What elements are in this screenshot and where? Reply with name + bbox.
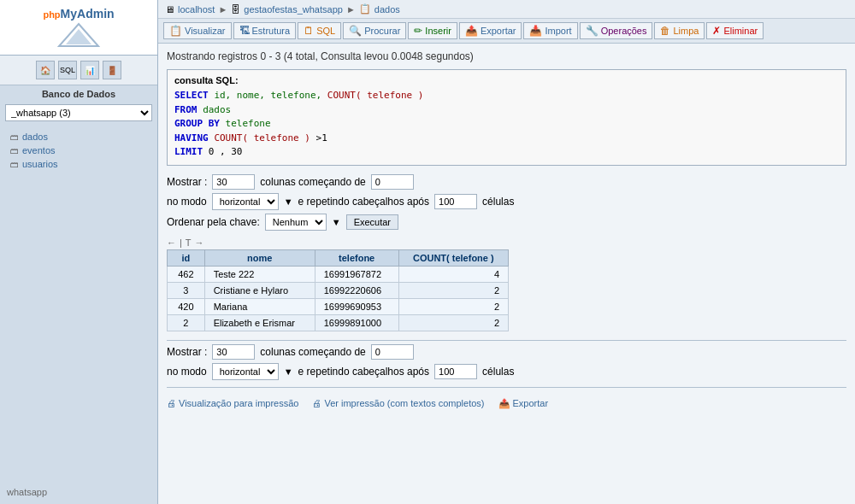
- toolbar-procurar-label: Procurar: [364, 26, 400, 36]
- col-header-count[interactable]: COUNT( telefone ): [398, 249, 508, 266]
- mode-row-bottom: no modo horizontal ▼ e repetindo cabeçal…: [167, 363, 846, 380]
- repeat-input[interactable]: [434, 194, 477, 209]
- status-button[interactable]: 📊: [80, 61, 99, 79]
- sidebar-item-label-dados: dados: [22, 132, 48, 142]
- eliminar-icon: ✗: [712, 25, 721, 37]
- nav-right-arrow: →: [195, 237, 204, 248]
- cols-input[interactable]: [371, 174, 414, 190]
- breadcrumb-server-link[interactable]: localhost: [178, 4, 215, 15]
- main-content: 🖥 localhost ► 🗄 gestaofestas_whatsapp ► …: [158, 0, 855, 504]
- cell-nome: Mariana: [204, 298, 315, 314]
- breadcrumb-table-link[interactable]: dados: [374, 4, 400, 15]
- toolbar-operacoes-label: Operações: [601, 26, 647, 36]
- table-row: 3Cristiane e Hylaro169922206062: [168, 282, 509, 298]
- footer-export-label: Exportar: [513, 398, 549, 408]
- exit-button[interactable]: 🚪: [103, 61, 121, 79]
- data-table: id nome telefone COUNT( telefone ) 462Te…: [167, 249, 509, 331]
- nav-left-arrow: ←: [167, 237, 176, 248]
- sql-box-title: consulta SQL:: [174, 75, 839, 85]
- cols-input-bottom[interactable]: [371, 344, 414, 360]
- toolbar-exportar[interactable]: 📤 Exportar: [459, 22, 522, 39]
- sidebar-item-dados[interactable]: 🗃 dados: [7, 130, 150, 144]
- procurar-icon: 🔍: [349, 25, 362, 37]
- cell-nome: Teste 222: [204, 266, 315, 282]
- order-label: Ordenar pela chave:: [167, 216, 260, 228]
- execute-button[interactable]: Executar: [346, 214, 398, 230]
- mode-arrow-bottom: ▼: [284, 366, 293, 377]
- mode-select[interactable]: horizontal: [212, 193, 279, 210]
- top-controls: Mostrar : colunas começando de no modo h…: [167, 174, 846, 231]
- mode-row: no modo horizontal ▼ e repetindo cabeçal…: [167, 193, 846, 210]
- toolbar-operacoes[interactable]: 🔧 Operações: [580, 22, 653, 39]
- logo-icon: [57, 22, 100, 48]
- whatsapp-label: whatsapp: [0, 480, 157, 504]
- table-icon: 🗃: [10, 132, 19, 142]
- toolbar-inserir[interactable]: ✏ Inserir: [408, 22, 457, 39]
- toolbar-limpa-label: Limpa: [673, 26, 699, 36]
- cell-nome: Cristiane e Hylaro: [204, 282, 315, 298]
- cell-id: 3: [168, 282, 205, 298]
- limpa-icon: 🗑: [660, 25, 670, 37]
- sidebar: phpMyAdmin 🏠 SQL 📊 🚪 Banco de Dados _wha…: [0, 0, 158, 504]
- toolbar-sql[interactable]: 🗒 SQL: [298, 22, 341, 39]
- toolbar-exportar-label: Exportar: [481, 26, 516, 36]
- toolbar-eliminar-label: Eliminar: [723, 26, 758, 36]
- col-header-nome[interactable]: nome: [204, 249, 315, 266]
- sidebar-icons: 🏠 SQL 📊 🚪: [0, 56, 157, 85]
- table-row: 462Teste 222169919678724: [168, 266, 509, 282]
- toolbar-eliminar[interactable]: ✗ Eliminar: [706, 22, 764, 39]
- cells-label-bottom: células: [482, 366, 514, 378]
- divider-bottom: [167, 387, 846, 388]
- footer-links: 🖨 Visualização para impressão 🖨 Ver impr…: [167, 391, 846, 416]
- logo: phpMyAdmin: [0, 0, 157, 56]
- cell-telefone: 16991967872: [315, 266, 398, 282]
- home-button[interactable]: 🏠: [36, 61, 55, 79]
- toolbar-procurar[interactable]: 🔍 Procurar: [343, 22, 406, 39]
- table-row: 420Mariana169996909532: [168, 298, 509, 314]
- table-row: 2Elizabeth e Erismar169998910002: [168, 314, 509, 331]
- breadcrumb: 🖥 localhost ► 🗄 gestaofestas_whatsapp ► …: [158, 0, 855, 19]
- order-select[interactable]: Nenhum: [265, 214, 327, 231]
- footer-print-full-link[interactable]: 🖨 Ver impressão (com textos completos): [312, 398, 484, 408]
- toolbar-estrutura[interactable]: 🏗 Estrutura: [233, 22, 297, 39]
- toolbar: 📋 Visualizar 🏗 Estrutura 🗒 SQL 🔍 Procura…: [158, 19, 855, 44]
- sidebar-item-eventos[interactable]: 🗃 eventos: [7, 144, 150, 157]
- footer-export-link[interactable]: 📤 Exportar: [498, 398, 549, 409]
- footer-print-link[interactable]: 🖨 Visualização para impressão: [167, 398, 298, 408]
- toolbar-limpa[interactable]: 🗑 Limpa: [654, 22, 705, 39]
- show-label-bottom: Mostrar :: [167, 346, 207, 358]
- cols-label: colunas começando de: [260, 176, 365, 188]
- sidebar-item-label-usuarios: usuarios: [22, 159, 58, 169]
- breadcrumb-server-icon: 🖥: [165, 4, 174, 15]
- db-select[interactable]: _whatsapp (3): [5, 104, 152, 121]
- cell-id: 420: [168, 298, 205, 314]
- repeat-input-bottom[interactable]: [434, 364, 477, 379]
- col-header-telefone[interactable]: telefone: [315, 249, 398, 266]
- divider-mid: [167, 340, 846, 341]
- cell-count: 2: [398, 282, 508, 298]
- inserir-icon: ✏: [414, 25, 422, 37]
- cells-label: células: [482, 196, 514, 208]
- operacoes-icon: 🔧: [586, 25, 598, 37]
- data-table-container: id nome telefone COUNT( telefone ) 462Te…: [167, 249, 846, 331]
- order-row: Ordenar pela chave: Nenhum ▼ Executar: [167, 214, 846, 231]
- mode-select-bottom[interactable]: horizontal: [212, 363, 279, 380]
- logo-myadmin: MyAdmin: [61, 7, 115, 21]
- cell-telefone: 16992220606: [315, 282, 398, 298]
- show-input-bottom[interactable]: [212, 344, 255, 360]
- show-input[interactable]: [212, 174, 255, 190]
- nav-pipe: |: [180, 237, 182, 248]
- table-icon-usuarios: 🗃: [10, 160, 19, 169]
- bottom-controls: Mostrar : colunas começando de no modo h…: [167, 344, 846, 380]
- toolbar-visualizar[interactable]: 📋 Visualizar: [163, 22, 232, 39]
- sidebar-item-usuarios[interactable]: 🗃 usuarios: [7, 157, 150, 171]
- breadcrumb-db-link[interactable]: gestaofestas_whatsapp: [244, 4, 343, 15]
- breadcrumb-sep2: ►: [346, 4, 356, 15]
- mode-label-bottom: no modo: [167, 366, 207, 378]
- col-header-id[interactable]: id: [168, 249, 205, 266]
- show-row: Mostrar : colunas começando de: [167, 174, 846, 190]
- svg-marker-1: [66, 29, 91, 44]
- toolbar-import[interactable]: 📥 Import: [523, 22, 577, 39]
- repeat-label-bottom: e repetindo cabeçalhos após: [298, 366, 429, 378]
- sql-button[interactable]: SQL: [58, 61, 77, 79]
